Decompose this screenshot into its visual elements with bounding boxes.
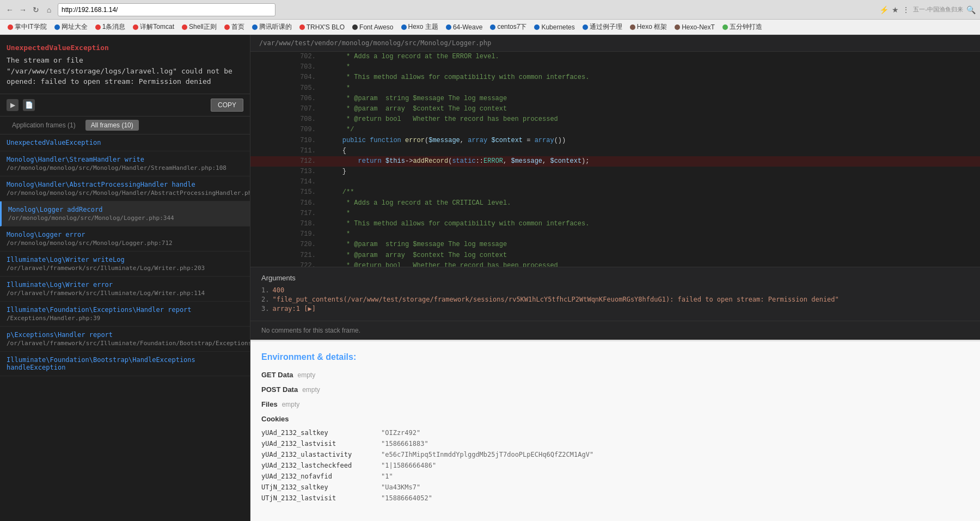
stack-item[interactable]: Illuminate\Foundation\Bootstrap\HandleEx…	[0, 352, 250, 376]
argument-item: 3.array:1 [▶]	[261, 305, 969, 312]
line-number: 705.	[250, 83, 322, 94]
all-frames-button[interactable]: All frames (10)	[85, 120, 139, 131]
argument-number: 1.	[261, 286, 269, 294]
line-code: * This method allows for compatibility w…	[322, 72, 980, 83]
stack-item[interactable]: Illuminate\Foundation\Exceptions\Handler…	[0, 302, 250, 327]
refresh-button[interactable]: ↻	[30, 4, 41, 15]
bookmark-item[interactable]: 掌中IT学院	[4, 21, 50, 33]
code-line: 704. * This method allows for compatibil…	[250, 72, 980, 83]
code-line: 711. {	[250, 146, 980, 156]
env-group-title: Cookies	[261, 415, 969, 423]
bookmark-item[interactable]: 网址大全	[51, 21, 91, 33]
bookmark-item[interactable]: Shell正则	[179, 21, 220, 33]
error-message: The stream or file "/var/www/test/storag…	[7, 55, 243, 87]
cookie-row: yUAd_2132_ulastactivity"e56c7IhMipq5tInm…	[261, 449, 969, 460]
stack-file-path: /or/monolog/monolog/src/Monolog/Handler/…	[7, 189, 243, 197]
address-bar[interactable]	[58, 3, 275, 16]
line-number: 714.	[250, 177, 322, 187]
line-code: /**	[322, 187, 980, 198]
bookmark-item[interactable]: 64-Weave	[443, 22, 486, 32]
line-number: 702.	[250, 52, 322, 62]
stack-item[interactable]: UnexpectedValueException	[0, 134, 250, 151]
back-button[interactable]: ←	[4, 4, 15, 15]
search-icon[interactable]: 🔍	[966, 5, 976, 14]
stack-list[interactable]: UnexpectedValueExceptionMonolog\Handler\…	[0, 134, 250, 522]
bookmark-label: 详解Tomcat	[140, 22, 174, 32]
bookmark-dot	[401, 24, 407, 30]
bookmark-item[interactable]: 通过例子理	[579, 21, 626, 33]
environment-section: Environment & details: GET DataemptyPOST…	[250, 340, 980, 521]
forward-button[interactable]: →	[17, 4, 28, 15]
bookmark-dot	[446, 24, 451, 30]
stack-item[interactable]: Monolog\Handler\AbstractProcessingHandle…	[0, 176, 250, 201]
bookmark-item[interactable]: 1条消息	[92, 21, 129, 33]
bookmark-item[interactable]: 腾讯听课的	[249, 21, 295, 33]
stack-class-name: p\Exceptions\Handler report	[7, 331, 243, 339]
bookmark-label: Shell正则	[189, 22, 217, 32]
cookie-key: yUAd_2132_lastcheckfeed	[261, 462, 381, 469]
copy-button[interactable]: COPY	[211, 99, 243, 112]
cookie-row: yUAd_2132_lastcheckfeed"1|1586666486"	[261, 460, 969, 471]
home-button[interactable]: ⌂	[44, 4, 54, 15]
browser-icons: ⚡ ★ ⋮ 五一-中国渔鱼归来 🔍	[879, 5, 976, 14]
code-line: 706. * @param string $message The log me…	[250, 94, 980, 104]
stack-item[interactable]: Monolog\Logger addRecord/or/monolog/mono…	[0, 201, 250, 226]
stack-file-path: /or/monolog/monolog/src/Monolog/Handler/…	[7, 164, 243, 171]
stack-item[interactable]: Monolog\Handler\StreamHandler write/or/m…	[0, 151, 250, 176]
menu-icon[interactable]: ⋮	[902, 5, 910, 14]
argument-value: array:1 [▶]	[272, 305, 315, 312]
line-number: 713.	[250, 167, 322, 177]
line-number: 706.	[250, 94, 322, 104]
star-icon[interactable]: ★	[892, 5, 899, 14]
stack-item[interactable]: p\Exceptions\Handler report/or/laravel/f…	[0, 327, 250, 352]
bookmark-item[interactable]: Kubernetes	[531, 22, 578, 32]
browser-chrome: ← → ↻ ⌂ ⚡ ★ ⋮ 五一-中国渔鱼归来 🔍 掌中IT学院网址大全1条消息…	[0, 0, 980, 35]
line-number: 720.	[250, 240, 322, 250]
argument-item: 1.400	[261, 286, 969, 294]
line-code: *	[322, 62, 980, 72]
env-group: Filesempty	[261, 400, 969, 408]
bookmark-label: Hexo-NexT	[682, 23, 715, 31]
bookmark-label: 掌中IT学院	[15, 22, 47, 32]
cookie-value: "Ua43KMs7"	[381, 483, 969, 491]
bookmark-dot	[675, 24, 680, 30]
stack-item[interactable]: Illuminate\Log\Writer error/or/laravel/f…	[0, 277, 250, 302]
app-frames-button[interactable]: Application frames (1)	[7, 120, 81, 131]
bookmark-label: 网址大全	[62, 22, 88, 32]
info-icon[interactable]: 📄	[23, 99, 35, 111]
bookmark-dot	[352, 24, 358, 30]
play-icon[interactable]: ▶	[7, 99, 19, 111]
cookie-value: "e56c7IhMipq5tInmddYplggdMb25jT7dooPLpEC…	[381, 451, 969, 458]
code-line: 708. * @return bool Whether the record h…	[250, 114, 980, 125]
bookmark-item[interactable]: 首页	[221, 21, 248, 33]
line-number: 718.	[250, 219, 322, 229]
env-group-badge: empty	[298, 371, 316, 379]
no-comments-text: No comments for this stack frame.	[250, 321, 980, 340]
stack-file-path: /or/laravel/framework/src/Illuminate/Log…	[7, 265, 243, 272]
nav-buttons: ← → ↻ ⌂	[4, 4, 54, 15]
line-code: }	[322, 167, 980, 177]
bookmark-item[interactable]: Hexo-NexT	[671, 22, 718, 32]
line-number: 721.	[250, 250, 322, 261]
code-line: 716. * Adds a log record at the CRITICAL…	[250, 198, 980, 209]
env-group-badge: empty	[302, 386, 320, 394]
bookmark-item[interactable]: 详解Tomcat	[130, 21, 177, 33]
stack-item[interactable]: Monolog\Logger error/or/monolog/monolog/…	[0, 226, 250, 252]
bookmark-item[interactable]: TRHX'S BLO	[296, 22, 348, 32]
browser-toolbar: ← → ↻ ⌂ ⚡ ★ ⋮ 五一-中国渔鱼归来 🔍	[0, 0, 980, 20]
bookmark-item[interactable]: Hexo 框架	[627, 21, 670, 33]
stack-file-path: /or/laravel/framework/src/Illuminate/Fou…	[7, 340, 243, 347]
line-number: 711.	[250, 146, 322, 156]
bookmark-item[interactable]: Hexo 主题	[398, 21, 442, 33]
cookie-key: yUAd_2132_lastvisit	[261, 440, 381, 448]
bookmark-dot	[490, 24, 495, 30]
stack-class-name: Illuminate\Foundation\Bootstrap\HandleEx…	[7, 356, 243, 371]
cookie-row: UTjN_2132_lastvisit"15886664052"	[261, 493, 969, 504]
line-code: * Adds a log record at the ERROR level.	[322, 52, 980, 62]
stack-class-name: Monolog\Handler\StreamHandler write	[7, 156, 243, 163]
line-code: public function error($message, array $c…	[322, 136, 980, 146]
stack-item[interactable]: Illuminate\Log\Writer writeLog/or/larave…	[0, 252, 250, 277]
bookmark-item[interactable]: Font Aweso	[349, 22, 396, 32]
bookmark-item[interactable]: 五分钟打造	[719, 21, 765, 33]
bookmark-item[interactable]: centos7下	[487, 21, 530, 33]
